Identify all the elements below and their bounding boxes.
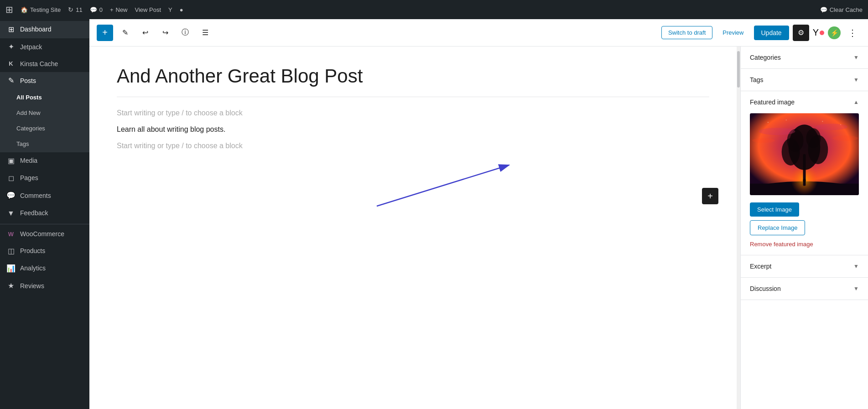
categories-header[interactable]: Categories ▼ [741,47,868,68]
admin-bar: ⊞ 🏠 Testing Site ↻ 11 💬 0 + New View Pos… [0,0,868,19]
updates-icon: ↻ [68,6,73,13]
performance-icon[interactable]: ⚡ [828,26,841,39]
more-options-button[interactable]: ⋮ [844,25,861,41]
featured-image-header[interactable]: Featured image ▲ [741,91,868,113]
svg-rect-13 [804,181,805,185]
posts-icon: ✎ [6,76,16,86]
sidebar-item-media[interactable]: ▣ Media [0,152,89,170]
settings-button[interactable]: ⚙ [793,25,809,41]
jetpack-icon: ✦ [6,42,16,52]
content-scrollbar-thumb[interactable] [737,51,740,88]
post-divider [117,97,709,97]
excerpt-header[interactable]: Excerpt ▼ [741,255,868,277]
editor-content[interactable]: And Another Great Blog Post Start writin… [89,47,737,409]
sidebar-item-comments[interactable]: 💬 Comments [0,187,89,204]
switch-to-draft-button[interactable]: Switch to draft [661,26,712,39]
comments-icon: 💬 [90,6,97,13]
featured-image-section: Featured image ▲ [741,91,868,255]
yoast-item[interactable]: Y [168,6,172,13]
replace-image-button[interactable]: Replace Image [750,220,805,235]
svg-point-20 [822,121,823,122]
right-panel: Categories ▼ Tags ▼ Featured image ▲ [740,47,868,409]
svg-line-1 [377,165,509,206]
block-placeholder-2[interactable]: Start writing or type / to choose a bloc… [117,137,709,155]
sidebar-item-feedback[interactable]: ▼ Feedback [0,205,89,222]
yoast-seo-icon[interactable]: Y [813,27,824,38]
sidebar-item-reviews[interactable]: ★ Reviews [0,277,89,295]
kinsta-icon: K [6,60,16,68]
featured-image-actions: Select Image Replace Image Remove featur… [750,202,859,248]
dashboard-icon: ⊞ [6,25,16,35]
floating-add-block-button[interactable]: + [702,188,718,204]
post-title[interactable]: And Another Great Blog Post [117,65,709,88]
redo-button[interactable]: ↪ [157,25,173,41]
home-icon: 🏠 [21,6,28,13]
site-name[interactable]: 🏠 Testing Site [21,6,61,13]
edit-mode-button[interactable]: ✎ [117,25,133,41]
view-post-item[interactable]: View Post [135,6,161,13]
sidebar-item-dashboard[interactable]: ⊞ Dashboard [0,21,89,38]
svg-point-15 [816,124,847,130]
tags-chevron-icon: ▼ [853,77,859,83]
svg-point-16 [752,138,775,143]
main-layout: ⊞ Dashboard ✦ Jetpack K Kinsta Cache ✎ P… [0,19,868,409]
svg-point-14 [759,128,795,135]
sidebar-item-posts[interactable]: ✎ Posts [0,72,89,89]
analytics-icon: 📊 [6,264,16,274]
reviews-icon: ★ [6,281,16,291]
categories-section: Categories ▼ [741,47,868,69]
list-view-button[interactable]: ☰ [197,25,213,41]
sidebar-divider [0,224,89,224]
editor-toolbar: + ✎ ↩ ↪ ⓘ ☰ Switch to draft Preview Upda… [89,19,868,47]
sidebar-item-products[interactable]: ◫ Products [0,243,89,260]
sidebar-subitem-tags[interactable]: Tags [0,136,89,152]
sidebar-subitem-categories[interactable]: Categories [0,121,89,136]
info-button[interactable]: ⓘ [177,25,193,41]
discussion-header[interactable]: Discussion ▼ [741,278,868,300]
sidebar-item-analytics[interactable]: 📊 Analytics [0,260,89,277]
dot-item[interactable]: ● [180,6,183,13]
block-placeholder-1[interactable]: Start writing or type / to choose a bloc… [117,104,709,122]
chat-icon: 💬 [820,6,827,13]
wp-logo-icon[interactable]: ⊞ [5,4,13,15]
preview-button[interactable]: Preview [716,26,750,39]
comments-sidebar-icon: 💬 [6,191,16,201]
select-image-button[interactable]: Select Image [750,202,799,217]
editor-wrapper: + ✎ ↩ ↪ ⓘ ☰ Switch to draft Preview Upda… [89,19,868,409]
woocommerce-icon: W [6,230,16,238]
products-icon: ◫ [6,246,16,256]
excerpt-chevron-icon: ▼ [853,263,859,269]
discussion-chevron-icon: ▼ [853,285,859,292]
arrow-annotation [363,160,523,215]
pages-icon: ◻ [6,173,16,183]
content-scrollbar[interactable] [737,47,740,409]
sidebar-item-jetpack[interactable]: ✦ Jetpack [0,38,89,56]
remove-featured-image-link[interactable]: Remove featured image [750,241,859,248]
sidebar-item-pages[interactable]: ◻ Pages [0,170,89,187]
categories-chevron-icon: ▼ [853,54,859,61]
update-button[interactable]: Update [754,26,789,40]
svg-point-17 [832,135,858,141]
new-item[interactable]: + New [110,6,128,13]
sidebar-item-kinsta[interactable]: K Kinsta Cache [0,56,89,72]
svg-point-11 [806,128,821,148]
sidebar-item-woocommerce[interactable]: W WooCommerce [0,226,89,243]
posts-submenu: All Posts Add New Categories Tags [0,90,89,152]
featured-image-chevron-icon: ▲ [853,99,859,105]
admin-bar-right: 💬 Clear Cache [820,6,863,13]
tags-section: Tags ▼ [741,69,868,91]
undo-button[interactable]: ↩ [137,25,153,41]
clear-cache-item[interactable]: 💬 Clear Cache [820,6,863,13]
sidebar-subitem-all-posts[interactable]: All Posts [0,90,89,105]
featured-image [750,113,859,195]
comments-item[interactable]: 💬 0 [90,6,103,13]
add-block-toolbar-button[interactable]: + [97,25,113,41]
svg-point-21 [840,124,841,125]
updates-item[interactable]: ↻ 11 [68,6,82,13]
discussion-section: Discussion ▼ [741,278,868,300]
toolbar-right: Switch to draft Preview Update ⚙ Y ⚡ ⋮ [661,25,861,41]
tags-header[interactable]: Tags ▼ [741,69,868,91]
block-content-1[interactable]: Learn all about writing blog posts. [117,122,709,137]
feedback-icon: ▼ [6,208,16,218]
sidebar-subitem-add-new[interactable]: Add New [0,105,89,121]
